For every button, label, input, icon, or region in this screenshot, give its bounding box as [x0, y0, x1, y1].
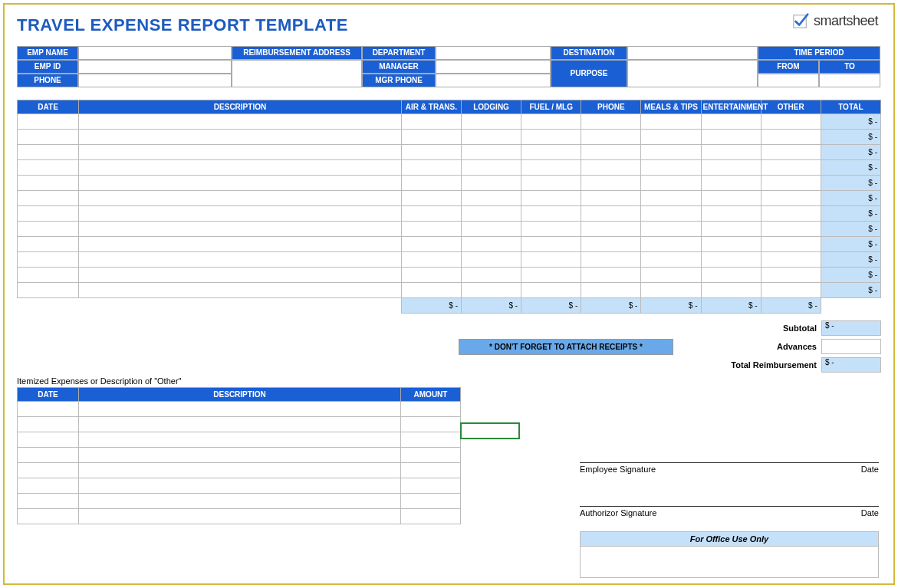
table-cell[interactable]	[581, 222, 641, 237]
table-cell[interactable]	[401, 206, 461, 222]
table-cell[interactable]	[761, 252, 821, 268]
table-cell[interactable]	[18, 206, 79, 222]
table-cell[interactable]	[18, 237, 79, 252]
table-cell[interactable]	[462, 160, 521, 176]
table-cell[interactable]	[401, 222, 461, 237]
table-cell[interactable]	[641, 283, 701, 298]
table-cell[interactable]	[761, 145, 821, 160]
table-cell[interactable]	[462, 176, 521, 191]
table-cell[interactable]	[401, 268, 461, 283]
table-cell[interactable]	[79, 145, 402, 160]
table-cell[interactable]	[79, 463, 401, 478]
table-cell[interactable]	[641, 268, 701, 283]
table-cell[interactable]	[401, 176, 461, 191]
table-cell[interactable]	[581, 191, 641, 206]
table-cell[interactable]	[462, 191, 521, 206]
table-cell[interactable]	[641, 222, 701, 237]
emp-id-value[interactable]	[78, 60, 232, 74]
table-cell[interactable]	[581, 176, 641, 191]
table-cell[interactable]	[761, 268, 821, 283]
from-value[interactable]	[758, 74, 819, 87]
table-cell[interactable]	[401, 509, 461, 524]
table-cell[interactable]	[18, 402, 79, 417]
table-cell[interactable]	[18, 145, 79, 160]
table-cell[interactable]	[761, 191, 821, 206]
table-cell[interactable]	[462, 237, 521, 252]
table-cell[interactable]	[521, 252, 581, 268]
table-cell[interactable]	[18, 509, 79, 524]
table-cell[interactable]	[401, 114, 461, 130]
table-cell[interactable]	[641, 176, 701, 191]
table-cell[interactable]	[761, 283, 821, 298]
table-cell[interactable]	[462, 206, 521, 222]
table-cell[interactable]	[18, 463, 79, 478]
table-cell[interactable]	[701, 222, 761, 237]
table-cell[interactable]	[79, 268, 402, 283]
table-cell[interactable]	[641, 160, 701, 176]
table-cell[interactable]	[18, 448, 79, 463]
manager-value[interactable]	[436, 60, 551, 74]
advances-value[interactable]	[821, 339, 881, 354]
table-cell[interactable]	[18, 494, 79, 509]
table-cell[interactable]	[79, 283, 402, 298]
table-cell[interactable]	[641, 145, 701, 160]
table-cell[interactable]	[401, 237, 461, 252]
table-cell[interactable]	[581, 114, 641, 130]
table-cell[interactable]	[521, 191, 581, 206]
table-cell[interactable]	[581, 283, 641, 298]
table-cell[interactable]	[641, 237, 701, 252]
table-cell[interactable]	[401, 283, 461, 298]
table-cell[interactable]	[701, 114, 761, 130]
table-cell[interactable]	[401, 494, 461, 509]
table-cell[interactable]	[641, 130, 701, 145]
table-cell[interactable]	[401, 252, 461, 268]
phone-value[interactable]	[78, 74, 232, 87]
dest-value[interactable]	[627, 46, 758, 60]
table-cell[interactable]	[701, 252, 761, 268]
table-cell[interactable]	[641, 206, 701, 222]
table-cell[interactable]	[701, 130, 761, 145]
table-cell[interactable]	[641, 252, 701, 268]
table-cell[interactable]	[79, 252, 402, 268]
table-cell[interactable]	[18, 252, 79, 268]
table-cell[interactable]	[701, 191, 761, 206]
table-cell[interactable]	[401, 191, 461, 206]
table-cell[interactable]	[79, 176, 402, 191]
table-cell[interactable]	[401, 402, 461, 417]
table-cell[interactable]	[521, 206, 581, 222]
table-cell[interactable]	[521, 114, 581, 130]
table-cell[interactable]	[701, 237, 761, 252]
table-cell[interactable]	[581, 237, 641, 252]
table-cell[interactable]	[79, 191, 402, 206]
reimb-addr-value[interactable]	[232, 60, 362, 87]
table-cell[interactable]	[18, 160, 79, 176]
table-cell[interactable]	[401, 463, 461, 478]
table-cell[interactable]	[462, 114, 521, 130]
table-cell[interactable]	[581, 145, 641, 160]
dept-value[interactable]	[436, 46, 551, 60]
table-cell[interactable]	[79, 494, 401, 509]
table-cell[interactable]	[18, 130, 79, 145]
table-cell[interactable]	[521, 222, 581, 237]
table-cell[interactable]	[701, 206, 761, 222]
table-cell[interactable]	[581, 160, 641, 176]
table-cell[interactable]	[79, 509, 401, 524]
table-cell[interactable]	[701, 283, 761, 298]
table-cell[interactable]	[521, 145, 581, 160]
table-cell[interactable]	[641, 114, 701, 130]
table-cell[interactable]	[401, 478, 461, 494]
table-cell[interactable]	[521, 176, 581, 191]
table-cell[interactable]	[401, 130, 461, 145]
table-cell[interactable]	[462, 268, 521, 283]
table-cell[interactable]	[79, 237, 402, 252]
office-use-body[interactable]	[581, 547, 878, 577]
table-cell[interactable]	[581, 130, 641, 145]
table-cell[interactable]	[79, 478, 401, 494]
table-cell[interactable]	[401, 448, 461, 463]
table-cell[interactable]	[79, 222, 402, 237]
table-cell[interactable]	[401, 432, 461, 448]
table-cell[interactable]	[701, 145, 761, 160]
table-cell[interactable]	[18, 268, 79, 283]
table-cell[interactable]	[521, 237, 581, 252]
table-cell[interactable]	[761, 114, 821, 130]
